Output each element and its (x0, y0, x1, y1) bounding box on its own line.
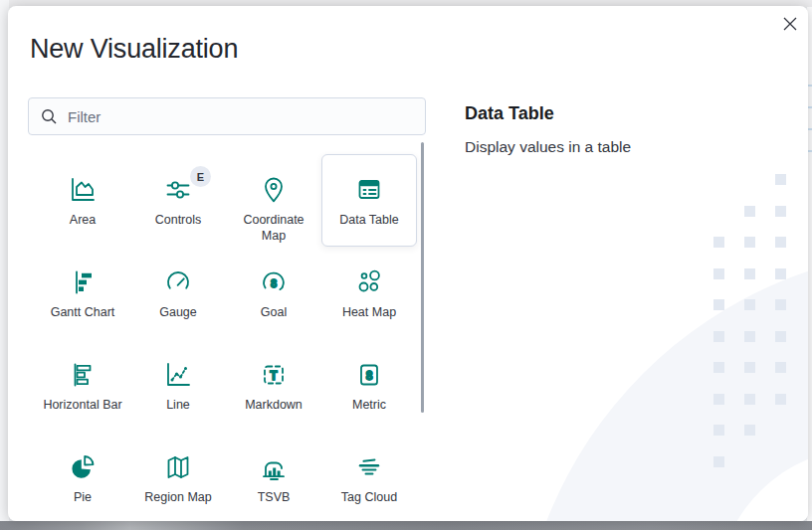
close-button[interactable] (778, 12, 802, 36)
decorative-square (744, 237, 755, 248)
vis-type-heat-map[interactable]: Heat Map (321, 247, 417, 339)
decorative-square (744, 206, 755, 217)
vis-type-controls[interactable]: E Controls (130, 154, 226, 247)
decorative-square (713, 331, 724, 342)
svg-text:8: 8 (271, 277, 277, 289)
svg-text:8: 8 (366, 369, 373, 383)
vis-area-icon (67, 174, 99, 206)
vis-type-label: TSVB (258, 490, 291, 506)
page-behind-bottom (0, 521, 812, 530)
decorative-square (775, 299, 786, 310)
decorative-square (775, 331, 786, 342)
decorative-square (744, 394, 755, 405)
vis-type-label: Metric (352, 398, 386, 414)
vis-type-pie[interactable]: Pie (35, 432, 130, 521)
decorative-square (775, 394, 786, 405)
decorative-square (744, 362, 755, 373)
vis-goal-icon: 8 (258, 266, 290, 298)
close-icon (783, 17, 797, 31)
vis-type-label: Goal (261, 305, 287, 321)
decorative-square (713, 237, 724, 248)
vis-type-area[interactable]: Area (35, 154, 130, 247)
search-icon (41, 108, 58, 125)
vis-type-label: Tag Cloud (341, 490, 397, 506)
decorative-square (744, 268, 755, 279)
vis-type-label: Gauge (159, 305, 197, 321)
decorative-square (744, 331, 755, 342)
vis-horizontal-bar-icon (67, 359, 99, 391)
vis-type-label: Heat Map (342, 305, 396, 321)
vis-type-gantt-chart[interactable]: Gantt Chart (35, 247, 130, 339)
vis-type-tsvb[interactable]: TSVB (226, 432, 321, 521)
decorative-square (775, 174, 786, 185)
vis-type-label: Horizontal Bar (43, 398, 121, 414)
filter-field (28, 97, 426, 135)
decorative-square (713, 268, 724, 279)
vis-type-markdown[interactable]: T Markdown (226, 339, 321, 432)
detail-description: Display values in a table (465, 138, 793, 156)
vis-type-label: Gantt Chart (51, 305, 115, 321)
vis-coordinate-map-icon (258, 174, 290, 206)
vis-data-table-icon (353, 174, 385, 206)
svg-text:T: T (270, 369, 278, 383)
vis-type-label: Controls (155, 213, 202, 229)
vis-type-tag-cloud[interactable]: Tag Cloud (321, 432, 417, 521)
vis-type-metric[interactable]: 8 Metric (321, 339, 417, 432)
vis-gauge-icon (162, 266, 194, 298)
decorative-square (713, 394, 724, 405)
vis-heat-map-icon (353, 266, 385, 298)
decorative-square (744, 425, 755, 436)
vis-type-horizontal-bar[interactable]: Horizontal Bar (35, 339, 130, 432)
detail-title: Data Table (465, 103, 793, 124)
new-visualization-modal: New Visualization Area E Controls (8, 6, 808, 521)
vis-tsvb-icon (258, 451, 290, 483)
vis-gantt-chart-icon (67, 266, 99, 298)
vis-metric-icon: 8 (353, 359, 385, 391)
vis-controls-icon (162, 174, 194, 206)
decorative-square (713, 425, 724, 436)
vis-type-label: Markdown (245, 398, 303, 414)
decorative-circle (517, 249, 808, 521)
decorative-square (775, 362, 786, 373)
vis-type-label: Pie (74, 490, 92, 506)
vis-line-icon (162, 359, 194, 391)
vis-type-region-map[interactable]: Region Map (130, 432, 226, 521)
decorative-square (713, 456, 724, 467)
filter-input[interactable] (66, 97, 425, 135)
vis-type-label: Area (70, 213, 96, 229)
decorative-square (775, 206, 786, 217)
vis-type-data-table[interactable]: Data Table (321, 154, 417, 247)
vis-type-label: Coordinate Map (230, 213, 317, 244)
vis-markdown-icon: T (258, 359, 290, 391)
type-list-scrollbar[interactable] (421, 142, 424, 413)
experimental-badge: E (190, 166, 211, 187)
vis-type-label: Region Map (144, 490, 211, 506)
decorative-square (713, 362, 724, 373)
vis-type-gauge[interactable]: Gauge (130, 247, 226, 339)
visualization-type-grid: Area E Controls Coordinate Map (35, 154, 417, 521)
vis-type-line[interactable]: Line (130, 339, 226, 432)
decorative-square (744, 299, 755, 310)
decorative-square (713, 299, 724, 310)
vis-pie-icon (67, 451, 99, 483)
decorative-square (775, 268, 786, 279)
vis-type-coordinate-map[interactable]: Coordinate Map (226, 154, 321, 247)
decorative-square (775, 237, 786, 248)
selected-type-detail-panel: Data Table Display values in a table (465, 103, 793, 156)
vis-tag-cloud-icon (353, 451, 385, 483)
vis-type-goal[interactable]: 8 Goal (226, 247, 321, 339)
modal-title: New Visualization (30, 34, 238, 65)
vis-type-label: Line (166, 398, 190, 414)
vis-type-label: Data Table (339, 213, 399, 229)
vis-region-map-icon (162, 451, 194, 483)
